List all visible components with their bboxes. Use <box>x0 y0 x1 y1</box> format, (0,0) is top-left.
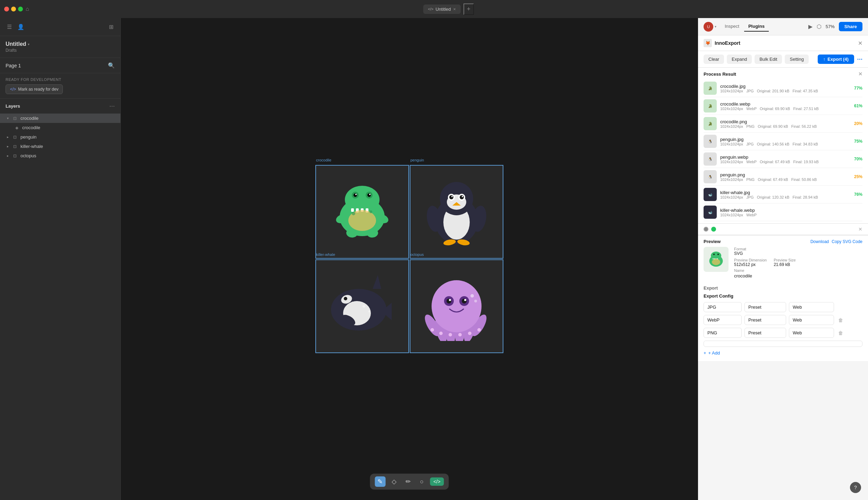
ready-label: Ready for development <box>6 77 115 82</box>
status-dot-2 <box>711 227 716 232</box>
setting-button[interactable]: Setting <box>785 55 808 64</box>
status-close-icon[interactable]: ✕ <box>858 226 862 232</box>
expand-icon[interactable]: ▸ <box>7 135 9 139</box>
preview-image <box>704 247 729 272</box>
result-pct: 77% <box>854 86 862 91</box>
clear-button[interactable]: Clear <box>704 55 724 64</box>
format-select-webp[interactable]: WebPJPGPNGSVG <box>704 315 742 325</box>
layer-item-crocodile-frame[interactable]: ▾ ⊡ crocodile <box>0 114 120 123</box>
export-label: Export (4) <box>827 57 849 62</box>
expand-icon[interactable]: ▸ <box>7 154 9 158</box>
layer-item-octopus[interactable]: ▸ ⊡ octopus <box>0 151 120 160</box>
result-thumb-croc: 🐊 <box>704 82 717 95</box>
expand-button[interactable]: Expand <box>727 55 752 64</box>
svg-point-18 <box>352 212 355 215</box>
layer-item-penguin[interactable]: ▸ ⊡ penguin <box>0 132 120 142</box>
crocodile-cell[interactable]: crocodile <box>315 165 409 259</box>
penguin-cell[interactable]: penguin <box>410 165 503 259</box>
expand-icon[interactable]: ▸ <box>7 144 9 148</box>
edit-tool-button[interactable]: ✏ <box>403 476 414 487</box>
plugin-header: 🦊 InnoExport ✕ <box>698 35 868 51</box>
status-dot-1 <box>704 227 708 232</box>
layer-name: crocodile <box>22 125 40 130</box>
delete-row-webp-icon[interactable]: 🗑 <box>837 316 844 324</box>
add-label: + Add <box>708 350 720 356</box>
layer-item-crocodile-child[interactable]: ◈ crocodile <box>0 123 120 132</box>
format-select-png[interactable]: PNGJPGWebPSVG <box>704 328 742 338</box>
pen-tool-button[interactable]: ◇ <box>389 476 399 487</box>
tab-title: Untitled <box>435 7 451 12</box>
page-name: Page 1 <box>6 63 21 68</box>
close-button[interactable] <box>4 7 9 11</box>
team-icon[interactable]: 👤 <box>16 22 26 32</box>
export-more-icon[interactable]: ⋯ <box>857 56 862 62</box>
maximize-button[interactable] <box>18 7 23 11</box>
tab-plugins[interactable]: Plugins <box>744 22 769 32</box>
result-item-croc-webp: 🐊 crocodile.webp 1024x1024px WebP Origin… <box>704 97 862 115</box>
shape-tool-button[interactable]: ○ <box>417 477 426 487</box>
menu-icon[interactable]: ☰ <box>6 22 13 32</box>
code-tool-button[interactable]: </> <box>430 477 444 486</box>
crocodile-svg <box>327 177 397 247</box>
copy-svg-button[interactable]: Copy SVG Code <box>832 239 862 244</box>
select-tool-button[interactable]: ✎ <box>375 476 385 487</box>
layout-toggle-icon[interactable]: ⊞ <box>108 22 115 32</box>
tab-inspect[interactable]: Inspect <box>721 22 743 32</box>
tab-close-icon[interactable]: ✕ <box>453 7 456 11</box>
share-button[interactable]: Share <box>839 22 862 31</box>
ready-for-dev-section: Ready for development </> Mark as ready … <box>0 73 120 99</box>
target-select-jpg[interactable]: WebMobile <box>789 302 834 312</box>
result-info: penguin.png 1024x1024px PNG Original: 67… <box>720 172 851 182</box>
plugin-close-icon[interactable]: ✕ <box>858 40 862 47</box>
preview-bar: Preview Download Copy SVG Code <box>704 239 862 244</box>
present-icon[interactable]: ⬡ <box>817 23 822 30</box>
format-label: Format <box>734 247 746 251</box>
killer-whale-cell[interactable]: killer-whale <box>315 259 409 353</box>
current-tab[interactable]: </> Untitled ✕ <box>423 5 461 14</box>
format-select-jpg[interactable]: JPGWebPPNGSVG <box>704 302 742 312</box>
add-icon: + <box>704 350 706 356</box>
minimize-button[interactable] <box>11 7 16 11</box>
user-avatar: U <box>704 22 713 32</box>
play-icon[interactable]: ▶ <box>808 23 812 30</box>
size-value: 21.69 kB <box>774 262 796 267</box>
result-list: 🐊 crocodile.jpg 1024x1024px JPG Original… <box>704 80 862 221</box>
help-button[interactable]: ? <box>850 482 861 493</box>
target-select-webp[interactable]: WebMobile <box>789 315 834 325</box>
preset-select-jpg[interactable]: Preset <box>744 302 786 312</box>
target-select-png[interactable]: WebMobile <box>789 328 834 338</box>
layers-header: Layers ⋯ <box>0 99 120 114</box>
add-format-input[interactable] <box>704 341 862 347</box>
mark-ready-button[interactable]: </> Mark as ready for dev <box>6 84 63 94</box>
file-title-chevron[interactable]: ▾ <box>28 42 29 46</box>
svg-point-75 <box>718 254 719 255</box>
result-meta: 1024x1024px JPG Original: 120.32 kB Fina… <box>720 195 851 199</box>
bulk-edit-button[interactable]: Bulk Edit <box>755 55 782 64</box>
home-icon[interactable]: ⌂ <box>26 6 29 12</box>
result-info: killer-whale.jpg 1024x1024px JPG Origina… <box>720 190 851 199</box>
download-button[interactable]: Download <box>810 239 829 244</box>
octopus-cell[interactable]: octopus <box>410 259 503 353</box>
delete-row-png-icon[interactable]: 🗑 <box>837 329 844 337</box>
canvas[interactable]: crocodile <box>121 18 698 500</box>
preset-select-png[interactable]: Preset <box>744 328 786 338</box>
preview-title: Preview <box>704 239 721 244</box>
avatar-chevron[interactable]: ▾ <box>715 25 716 28</box>
expand-icon[interactable]: ▾ <box>7 116 9 120</box>
svg-point-50 <box>431 328 434 332</box>
result-pct: 20% <box>854 121 862 126</box>
export-button[interactable]: ↑ Export (4) <box>818 55 854 64</box>
process-close-icon[interactable]: ✕ <box>858 71 862 77</box>
zoom-level: 57% <box>826 24 835 29</box>
layers-more-icon[interactable]: ⋯ <box>109 103 115 109</box>
result-meta: 1024x1024px WebP Original: 69.90 kB Fina… <box>720 107 851 111</box>
layer-name: penguin <box>20 134 36 140</box>
result-info: crocodile.jpg 1024x1024px JPG Original: … <box>720 84 851 93</box>
preset-select-webp[interactable]: Preset <box>744 315 786 325</box>
add-format-button[interactable]: + + Add <box>704 348 862 358</box>
size-field: Preview Size 21.69 kB <box>774 258 796 267</box>
layer-item-killer-whale[interactable]: ▸ ⊡ killer-whale <box>0 142 120 151</box>
add-tab-button[interactable]: + <box>463 3 474 15</box>
search-icon[interactable]: 🔍 <box>108 62 115 69</box>
svg-point-26 <box>449 195 453 199</box>
